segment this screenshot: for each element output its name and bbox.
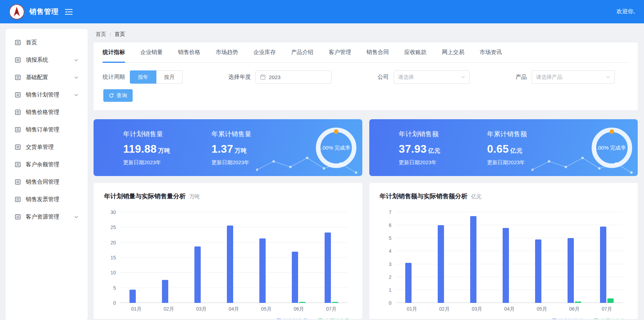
metric-value: 1.37万吨 bbox=[212, 143, 300, 155]
filter-actions: 查询 bbox=[103, 89, 629, 102]
sidebar-item-label: 客户资源管理 bbox=[26, 213, 59, 221]
sidebar-item-label: 销售订单管理 bbox=[26, 126, 59, 134]
sidebar-item-9[interactable]: 销售发票管理 bbox=[6, 191, 88, 208]
sidebar-item-1[interactable]: 填报系统 bbox=[6, 51, 88, 69]
product-placeholder: 请选择产品 bbox=[536, 74, 562, 81]
breadcrumb-home[interactable]: 首页 bbox=[96, 31, 106, 38]
tab-10[interactable]: 市场资讯 bbox=[480, 43, 502, 62]
query-button[interactable]: 查询 bbox=[103, 89, 133, 102]
sidebar-item-7[interactable]: 客户余额管理 bbox=[6, 156, 88, 173]
sidebar-item-3[interactable]: 销售计划管理 bbox=[6, 86, 88, 104]
y-axis-label: 25 bbox=[104, 224, 116, 230]
menu-grid-icon bbox=[15, 196, 21, 203]
sidebar-item-8[interactable]: 销售合同管理 bbox=[6, 173, 88, 191]
y-axis-label: 30 bbox=[104, 209, 116, 215]
main-content: 首页 / 首页 统计指标企业销量销售价格市场趋势企业库存产品介绍客户管理销售合同… bbox=[88, 23, 644, 320]
tab-9[interactable]: 网上交易 bbox=[442, 43, 464, 62]
chevron-down-icon bbox=[74, 93, 79, 97]
actual-bar bbox=[607, 298, 614, 303]
x-axis: 01月02月03月04月05月06月07月 bbox=[120, 306, 348, 312]
chart-panel-1: 年计划销售额与实际销售额分析亿元0123456701月02月03月04月05月0… bbox=[369, 183, 638, 319]
sidebar-item-10[interactable]: 客户资源管理 bbox=[6, 208, 88, 226]
actual-bar bbox=[575, 302, 581, 303]
x-axis-label: 01月 bbox=[396, 306, 428, 312]
menu-grid-icon bbox=[15, 144, 21, 150]
tab-1[interactable]: 企业销量 bbox=[140, 43, 163, 62]
plan-bar bbox=[568, 238, 574, 303]
plan-bar bbox=[325, 233, 331, 303]
sidebar-item-0[interactable]: 首页 bbox=[6, 34, 88, 51]
metric-value: 119.88万吨 bbox=[123, 143, 212, 155]
sidebar-item-2[interactable]: 基础配置 bbox=[6, 69, 88, 86]
gauge-label: 1.00% 完成率 bbox=[594, 144, 626, 151]
legend-label: 计划销售额 bbox=[559, 318, 584, 319]
breadcrumb-current: 首页 bbox=[114, 31, 125, 38]
x-axis-label: 07月 bbox=[315, 306, 347, 312]
by-year-button[interactable]: 按年 bbox=[130, 70, 156, 84]
metric-title: 年计划销售量 bbox=[123, 130, 212, 139]
chevron-down-icon bbox=[461, 75, 465, 79]
x-axis-label: 07月 bbox=[591, 306, 623, 312]
tab-8[interactable]: 应收账款 bbox=[404, 43, 427, 62]
legend-swatch bbox=[593, 319, 598, 319]
stat-cards-row: 年计划销售量119.88万吨更新日期2023年年累计销售量1.37万吨更新日期2… bbox=[94, 119, 638, 176]
x-axis: 01月02月03月04月05月06月07月 bbox=[396, 306, 623, 312]
legend-item[interactable]: 计划销售量 bbox=[276, 318, 308, 319]
plan-bar bbox=[227, 226, 233, 303]
app-logo bbox=[9, 4, 24, 20]
sidebar-item-label: 销售计划管理 bbox=[26, 91, 59, 99]
sidebar: 首页填报系统基础配置销售计划管理销售价格管理销售订单管理交货单管理客户余额管理销… bbox=[6, 29, 88, 320]
tab-3[interactable]: 市场趋势 bbox=[216, 43, 238, 62]
x-axis-label: 06月 bbox=[282, 306, 315, 312]
x-axis-label: 06月 bbox=[558, 306, 591, 312]
stat-card-0: 年计划销售量119.88万吨更新日期2023年年累计销售量1.37万吨更新日期2… bbox=[94, 119, 362, 176]
menu-grid-icon bbox=[15, 127, 21, 133]
y-axis-label: 0 bbox=[104, 300, 116, 306]
tab-7[interactable]: 销售合同 bbox=[367, 43, 389, 62]
year-input[interactable]: 2023 bbox=[256, 70, 332, 84]
legend-item[interactable]: 实际销售额 bbox=[593, 318, 625, 319]
metric-value: 37.93亿元 bbox=[399, 143, 487, 155]
sidebar-item-4[interactable]: 销售价格管理 bbox=[6, 104, 88, 121]
tab-2[interactable]: 销售价格 bbox=[178, 43, 200, 62]
legend-item[interactable]: 计划销售额 bbox=[552, 318, 584, 319]
tab-6[interactable]: 客户管理 bbox=[329, 43, 351, 62]
company-select[interactable]: 请选择 bbox=[394, 70, 470, 84]
sidebar-item-6[interactable]: 交货单管理 bbox=[6, 138, 88, 156]
metric-unit: 万吨 bbox=[158, 147, 170, 154]
tab-4[interactable]: 企业库存 bbox=[253, 43, 276, 62]
legend-swatch bbox=[318, 319, 323, 319]
metric-unit: 亿元 bbox=[428, 147, 441, 154]
chevron-down-icon bbox=[74, 58, 79, 62]
tab-5[interactable]: 产品介绍 bbox=[291, 43, 313, 62]
metric-update-date: 更新日期2023年 bbox=[123, 159, 212, 166]
gauge-progress-dot bbox=[334, 129, 339, 134]
tab-0[interactable]: 统计指标 bbox=[103, 43, 125, 62]
y-axis-label: 4 bbox=[380, 248, 392, 254]
plan-bar bbox=[292, 252, 298, 303]
metric-unit: 亿元 bbox=[510, 147, 523, 154]
actual-bar bbox=[332, 302, 338, 303]
plan-bar bbox=[470, 216, 476, 303]
product-label: 产品 bbox=[516, 74, 527, 81]
bars-layer bbox=[396, 212, 623, 303]
menu-grid-icon bbox=[15, 39, 21, 46]
product-select[interactable]: 请选择产品 bbox=[532, 70, 615, 84]
chart-unit: 亿元 bbox=[471, 193, 482, 200]
legend-swatch bbox=[276, 319, 281, 319]
chart-header: 年计划销量与实际销售量分析万吨 bbox=[104, 192, 352, 200]
sidebar-item-5[interactable]: 销售订单管理 bbox=[6, 121, 88, 138]
plan-bar bbox=[129, 290, 136, 303]
chart-title: 年计划销量与实际销售量分析 bbox=[104, 192, 186, 200]
legend-item[interactable]: 实际销售量 bbox=[318, 318, 350, 319]
chart-unit: 万吨 bbox=[189, 193, 200, 200]
bars-layer bbox=[120, 212, 348, 303]
plan-bar bbox=[438, 225, 444, 303]
sidebar-item-label: 首页 bbox=[26, 39, 37, 46]
company-filter-group: 公司 请选择 bbox=[378, 70, 470, 84]
sidebar-collapse-icon[interactable] bbox=[65, 9, 73, 15]
metric-update-date: 更新日期2023年 bbox=[487, 159, 576, 166]
year-value: 2023 bbox=[269, 74, 280, 80]
by-month-button[interactable]: 按月 bbox=[156, 70, 183, 84]
actual-bar bbox=[299, 302, 305, 303]
